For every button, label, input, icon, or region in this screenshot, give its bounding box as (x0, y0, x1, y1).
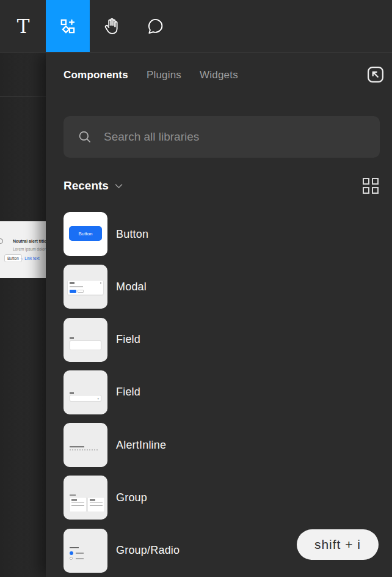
list-item-modal[interactable]: Modal (64, 265, 380, 309)
alert-info-icon (0, 238, 3, 244)
recents-list: Button Button Modal Field ▾ (64, 212, 380, 577)
item-label: Field (116, 386, 140, 399)
alert-body-text: Lorem ipsum dolor amet consect (13, 247, 46, 251)
components-icon (59, 18, 76, 35)
alertinline-thumbnail (64, 423, 107, 467)
alert-title: Neutral alert title (13, 239, 46, 243)
recents-header: Recents (64, 176, 379, 196)
field-thumbnail (64, 318, 107, 362)
toolbar: T (0, 0, 392, 53)
list-item-field[interactable]: Field (64, 318, 380, 362)
tab-components[interactable]: Components (64, 69, 128, 81)
recents-dropdown[interactable]: Recents (64, 179, 123, 193)
canvas-background: Neutral alert title Lorem ipsum dolor am… (0, 53, 46, 577)
text-tool-icon: T (17, 15, 30, 37)
list-item-alertinline[interactable]: AlertInline (64, 423, 380, 467)
comment-icon (146, 17, 164, 35)
item-label: Button (116, 228, 148, 241)
item-label: Group/Radio (116, 544, 180, 557)
tab-plugins[interactable]: Plugins (147, 69, 181, 81)
tab-widgets[interactable]: Widgets (200, 69, 238, 81)
modal-thumbnail (64, 265, 107, 309)
item-label: Modal (116, 281, 147, 293)
components-tool-button[interactable] (46, 0, 90, 52)
radio-selected-icon (70, 551, 73, 555)
list-item-group[interactable]: Group (64, 476, 380, 520)
item-label: Field (116, 333, 140, 346)
panel-tabs: Components Plugins Widgets (46, 53, 392, 98)
list-item-field-2[interactable]: ▾ Field (64, 370, 380, 414)
recents-label: Recents (64, 179, 109, 193)
mini-button-preview: Button (69, 226, 102, 241)
item-label: AlertInline (116, 439, 166, 452)
item-label: Group (116, 491, 147, 504)
group-radio-thumbnail (64, 529, 107, 573)
canvas-frame-edge (0, 96, 46, 97)
search-bar (64, 116, 380, 158)
shortcut-hint-badge: shift + i (297, 529, 379, 560)
field-select-thumbnail: ▾ (64, 370, 107, 414)
chevron-down-icon (115, 183, 123, 189)
comment-tool-button[interactable] (140, 0, 170, 52)
grid-view-toggle[interactable] (363, 178, 379, 194)
canvas-alert-component-preview: Neutral alert title Lorem ipsum dolor am… (0, 221, 46, 278)
button-thumbnail: Button (64, 212, 107, 256)
text-tool-button[interactable]: T (10, 0, 37, 52)
popout-arrow-icon (366, 65, 385, 84)
popout-panel-button[interactable] (366, 65, 385, 84)
group-thumbnail (64, 476, 107, 520)
search-input[interactable] (104, 130, 366, 144)
radio-unselected-icon (70, 557, 73, 560)
list-item-button[interactable]: Button Button (64, 212, 380, 256)
components-panel: Components Plugins Widgets Recents (46, 53, 392, 577)
hand-icon (102, 17, 120, 35)
grid-icon (363, 178, 369, 185)
search-icon (77, 129, 93, 145)
alert-link-preview: → Link text (20, 256, 40, 260)
hand-tool-button[interactable] (96, 0, 126, 52)
